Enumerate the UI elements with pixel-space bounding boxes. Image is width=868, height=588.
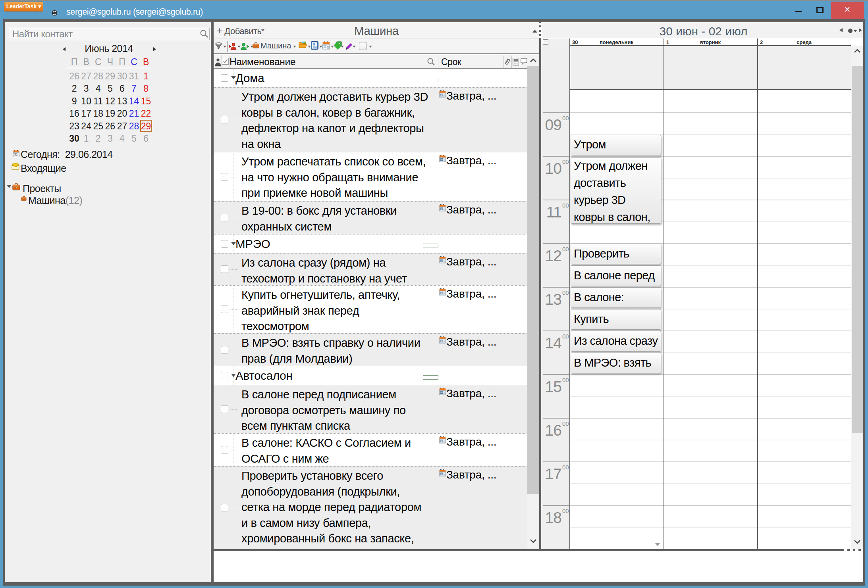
- svg-text:30: 30: [14, 153, 17, 156]
